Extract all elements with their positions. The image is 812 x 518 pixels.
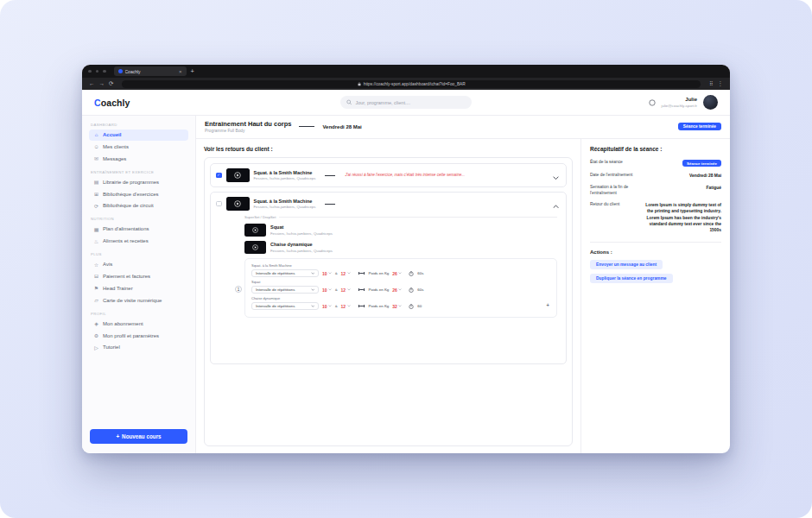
global-search[interactable] [340, 96, 472, 109]
rep-mode-value: Intervalle de répétitions [256, 304, 295, 308]
expanded-row-header: Squat. à la Smith Machine Fessiers, Isch… [216, 196, 561, 212]
actions-heading: Actions : [590, 250, 721, 255]
chevron-down-icon [328, 272, 332, 275]
window-maximize-button[interactable] [103, 70, 106, 73]
sidebar-item-head-trainer[interactable]: ⚑ Head Trainer [89, 283, 188, 294]
browser-tab[interactable]: Coachly × [114, 66, 187, 76]
recap-label: Sensation à la fin de l'entraînement [590, 185, 644, 196]
forward-icon[interactable]: → [99, 81, 105, 87]
sidebar-item-librairie-programmes[interactable]: ▤ Librairie de programmes [89, 177, 188, 188]
exercise-row-collapsed: ✓ Squat. à la Smith Machine Fessiers, Is… [210, 163, 567, 187]
set-exercise-label: Squat. à la Smith Machine [251, 263, 550, 268]
expanded-row-body: SuperSet / DropSet Squat [244, 215, 561, 318]
checkbox-unchecked[interactable] [216, 201, 222, 207]
weight-stepper[interactable]: 26 [392, 287, 402, 293]
sidebar-item-tutoriel[interactable]: ▷ Tutoriel [89, 342, 188, 353]
sidebar-item-profil-parametres[interactable]: ⚙ Mon profil et paramètres [89, 331, 188, 342]
add-set-button[interactable]: + [545, 303, 550, 309]
window-close-button[interactable] [88, 70, 92, 73]
dumbbell-icon [358, 304, 365, 308]
weight-stepper[interactable]: 32 [392, 304, 402, 309]
sidebar-item-paiement-factures[interactable]: ⊟ Paiement et factures [89, 271, 188, 282]
session-status-badge[interactable]: Séance terminée [678, 123, 721, 130]
chevron-down-icon [347, 288, 351, 291]
superset-row: SuperSet / DropSet [244, 215, 557, 219]
rep-mode-select[interactable]: Intervalle de répétitions [251, 286, 319, 294]
notifications-icon[interactable] [649, 99, 656, 106]
rep-from-stepper[interactable]: 10 [322, 271, 332, 276]
chevron-down-icon [311, 288, 315, 291]
dash-divider [325, 204, 335, 205]
rep-to-stepper[interactable]: 12 [341, 287, 351, 293]
video-thumbnail[interactable] [244, 241, 266, 254]
section-label-dashboard: DASHBOARD [91, 123, 187, 127]
sidebar-item-aliments-recettes[interactable]: ♨ Aliments et recettes [89, 236, 188, 247]
timer-icon [409, 287, 414, 293]
weight-label: Poids en Kg [369, 271, 390, 275]
video-thumbnail[interactable] [226, 197, 250, 211]
window-minimize-button[interactable] [96, 70, 99, 73]
chevron-up-icon[interactable] [551, 196, 561, 212]
section-label-entrainement: ENTRAÎNEMENT ET EXERCICE [91, 170, 187, 174]
weight-label: Poids en Kg [369, 304, 390, 308]
section-label-profil: PROFIL [91, 312, 187, 316]
avatar[interactable] [703, 95, 718, 110]
set-group: Chaise dynamique Intervalle de répétitio… [251, 296, 550, 310]
browser-tab-bar: Coachly × + [82, 65, 730, 78]
url-bar[interactable]: https://coachly-sport.app/dashboard/tcha… [122, 80, 701, 88]
chevron-down-icon[interactable] [551, 167, 561, 183]
sidebar-item-mes-clients[interactable]: ☺ Mes clients [89, 142, 188, 153]
refresh-icon[interactable]: ⟳ [109, 81, 113, 87]
exercises-icon: ⊞ [93, 192, 99, 197]
send-message-button[interactable]: Envoyer un message au client [590, 260, 663, 269]
rep-to-stepper[interactable]: 12 [341, 304, 351, 309]
sidebar-item-label: Aliments et recettes [103, 238, 149, 244]
settings-icon: ⚙ [93, 333, 99, 338]
search-input[interactable] [355, 100, 466, 105]
new-course-button[interactable]: + Nouveau cours [90, 429, 187, 444]
recap-row-state: État de la séance Séance terminée [590, 160, 721, 167]
sidebar-item-bibliotheque-exercices[interactable]: ⊞ Bibliothèque d'exercices [89, 189, 188, 200]
tab-close-icon[interactable]: × [179, 69, 182, 74]
sub-exercise-title-block: Squat Fessiers, Ischio-jambiers, Quadric… [270, 224, 333, 236]
rep-separator: à [335, 304, 337, 308]
new-tab-button[interactable]: + [191, 68, 194, 75]
dumbbell-icon [358, 271, 365, 275]
video-thumbnail[interactable] [226, 168, 250, 182]
duplicate-session-button[interactable]: Dupliquer la séance en programme [590, 274, 673, 283]
sidebar-item-messages[interactable]: ✉ Messages [89, 154, 188, 165]
rep-from-stepper[interactable]: 10 [322, 304, 332, 309]
sidebar-item-bibliotheque-circuit[interactable]: ⟳ Bibliothèque de circuit [89, 200, 188, 212]
rest-value: 60 [417, 304, 422, 308]
apps-grid-icon[interactable]: ⠿ [709, 81, 713, 86]
url-text: https://coachly-sport.app/dashboard/tcha… [364, 82, 466, 86]
sidebar-item-mon-abonnement[interactable]: ◈ Mon abonnement [89, 319, 188, 330]
meal-plan-icon: ▦ [93, 227, 99, 232]
sidebar-item-label: Plan d'alimentations [103, 226, 149, 232]
overflow-menu-icon[interactable]: ⋮ [718, 81, 724, 87]
user-meta: Julie julie@coachly-sport.fr [662, 97, 697, 108]
sidebar-item-accueil[interactable]: ⌂ Accueil [89, 130, 188, 141]
recap-heading: Récapitulatif de la séance : [590, 146, 721, 152]
rep-from-stepper[interactable]: 10 [322, 287, 332, 293]
checkbox-checked[interactable]: ✓ [216, 173, 222, 179]
weight-stepper[interactable]: 26 [392, 271, 402, 276]
sidebar-item-carte-visite[interactable]: ▱ Carte de visite numérique [89, 295, 188, 306]
browser-window: Coachly × + ← → ⟳ https://coachly-sport.… [82, 65, 730, 453]
chevron-down-icon [328, 288, 332, 291]
users-icon: ☺ [93, 144, 99, 149]
set-group: 1 Squat Intervalle de répétitions [251, 280, 550, 294]
exercise-title-block: Squat. à la Smith Machine Fessiers, Isch… [254, 199, 316, 210]
chevron-down-icon [328, 305, 332, 307]
business-card-icon: ▱ [93, 298, 99, 303]
back-icon[interactable]: ← [89, 81, 95, 87]
sidebar-item-label: Paiement et factures [103, 274, 150, 280]
rep-to-stepper[interactable]: 12 [341, 271, 351, 276]
superset-line [279, 217, 557, 218]
video-thumbnail[interactable] [244, 224, 266, 237]
rep-mode-select[interactable]: Intervalle de répétitions [251, 302, 319, 310]
sidebar-item-plan-alimentations[interactable]: ▦ Plan d'alimentations [89, 224, 188, 235]
sidebar-item-avis[interactable]: ☆ Avis [89, 259, 188, 270]
sub-exercise: Chaise dynamique Fessiers, Ischio-jambie… [244, 241, 561, 254]
rep-mode-select[interactable]: Intervalle de répétitions [251, 269, 319, 277]
